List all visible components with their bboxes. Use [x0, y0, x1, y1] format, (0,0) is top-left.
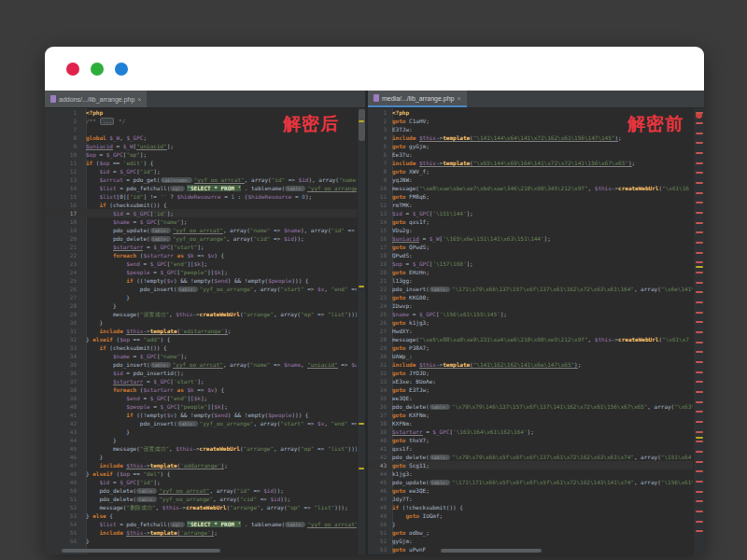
tab-addons-lib-arrange[interactable]: addons/.../lib_arrange.php ×	[45, 91, 147, 107]
line-number[interactable]: 13	[45, 175, 86, 184]
line-number[interactable]: 23	[45, 259, 86, 268]
code-line[interactable]: 22pdo_insert(table:"\171\x79\x66\137\157…	[368, 285, 704, 293]
left-code-area[interactable]: 1<?php2/** ... */78global $_W, $_GPC;9$u…	[45, 108, 365, 554]
line-number[interactable]: 55	[45, 528, 86, 537]
warning-mark[interactable]	[359, 286, 364, 287]
line-number[interactable]: 43	[368, 461, 392, 469]
code-line[interactable]: 21 $startarr = $_GPC["start"];	[45, 243, 365, 251]
line-number[interactable]: 39	[368, 427, 392, 436]
code-line[interactable]: 15 $list[0]["id"] != '' ? $hideResource …	[45, 192, 365, 201]
line-number[interactable]: 26	[368, 318, 392, 327]
code-line[interactable]: 25$name = $_GPC['\156\x61\155\145'];	[368, 310, 704, 318]
line-number[interactable]: 47	[45, 461, 86, 469]
code-line[interactable]: 31include $this->template("\141\162\162\…	[368, 360, 704, 369]
code-line[interactable]: 20goto EHzHn;	[368, 268, 704, 276]
error-mark[interactable]	[696, 312, 703, 314]
error-mark[interactable]	[696, 301, 703, 303]
line-number[interactable]: 23	[368, 293, 392, 301]
line-number[interactable]: 19	[368, 259, 392, 268]
code-line[interactable]: 30 }	[45, 318, 365, 327]
error-mark[interactable]	[696, 511, 703, 512]
line-number[interactable]: 25	[368, 310, 392, 318]
error-mark[interactable]	[696, 242, 703, 244]
line-number[interactable]: 30	[368, 352, 392, 360]
error-mark[interactable]	[696, 192, 703, 194]
line-number[interactable]: 35	[368, 394, 392, 402]
line-number[interactable]: 33	[45, 343, 86, 352]
error-mark[interactable]	[696, 421, 703, 423]
line-number[interactable]: 31	[368, 360, 392, 369]
warning-mark[interactable]	[359, 120, 364, 122]
line-number[interactable]: 15	[45, 192, 86, 201]
line-number[interactable]: 32	[45, 335, 86, 343]
code-line[interactable]: 35 pdo_insert(table:"yyf_oo_arrcat", arr…	[45, 360, 365, 369]
line-number[interactable]: 21	[368, 276, 392, 285]
line-number[interactable]: 30	[45, 318, 86, 327]
line-number[interactable]: 26	[45, 285, 86, 293]
error-mark[interactable]	[696, 122, 703, 124]
error-mark[interactable]	[696, 361, 703, 363]
tab-close-icon[interactable]: ×	[137, 96, 141, 103]
line-number[interactable]: 27	[45, 293, 86, 301]
line-number[interactable]: 29	[368, 343, 392, 352]
code-line[interactable]: 34goto E3TJw;	[368, 385, 704, 394]
code-line[interactable]: 16$uniacid = $_W['\165\x6e\151\141\x63\1…	[368, 234, 704, 243]
left-vertical-scrollbar-thumb[interactable]	[359, 109, 365, 141]
line-number[interactable]: 28	[368, 335, 392, 343]
code-line[interactable]: 19$op = $_GPC['\157\160'];	[368, 259, 704, 268]
error-mark[interactable]	[696, 470, 703, 472]
line-number[interactable]: 3	[368, 125, 392, 133]
code-line[interactable]: 18QPwdS:	[368, 251, 704, 259]
code-line[interactable]: 25 if ((!empty($v) && !empty($end) && !e…	[45, 276, 365, 285]
line-number[interactable]: 38	[368, 419, 392, 427]
line-number[interactable]: 8	[45, 133, 86, 142]
line-number[interactable]: 37	[368, 411, 392, 419]
code-line[interactable]: 39 $end = $_GPC["end"][$k];	[45, 394, 365, 402]
line-number[interactable]: 9	[45, 142, 86, 150]
line-number[interactable]: 43	[45, 427, 86, 436]
line-number[interactable]: 16	[368, 234, 392, 243]
code-line[interactable]: 48if (!checksubmit()) {	[368, 503, 704, 511]
code-line[interactable]: 38KXFNm:	[368, 419, 704, 427]
close-button[interactable]	[66, 63, 79, 76]
error-mark[interactable]	[696, 291, 703, 293]
code-line[interactable]: 19 pdo_update(table:"yyf_oo_arrcat", arr…	[45, 226, 365, 234]
code-line[interactable]: 51goto odbw_;	[368, 528, 704, 537]
error-mark[interactable]	[696, 282, 703, 284]
error-mark[interactable]	[696, 342, 703, 343]
code-line[interactable]: 33xE3xe: BUoAe:	[368, 377, 704, 385]
warning-mark[interactable]	[696, 437, 703, 439]
code-line[interactable]: 21l13gg:	[368, 276, 704, 285]
code-line[interactable]: 30UAWp_:	[368, 352, 704, 360]
line-number[interactable]: 22	[368, 285, 392, 293]
code-line[interactable]: 12rmTMK:	[368, 201, 704, 209]
code-line[interactable]: 32goto JYOJD;	[368, 369, 704, 377]
line-number[interactable]: 35	[45, 360, 86, 369]
window-titlebar[interactable]	[45, 47, 704, 91]
code-line[interactable]: 39$startarr = $_GPC['\163\164\x61\162\16…	[368, 427, 704, 436]
code-line[interactable]: 50 pdo_delete(table:"yyf_oo_arrcat", arr…	[45, 486, 365, 495]
line-number[interactable]: 17	[368, 243, 392, 251]
error-mark[interactable]	[696, 202, 703, 203]
code-line[interactable]: 51 pdo_delete(table:"yyf_oo_arrange", ar…	[45, 495, 365, 503]
line-number[interactable]: 1	[45, 108, 86, 117]
line-number[interactable]: 41	[368, 444, 392, 453]
code-line[interactable]: 41qxs1f:	[368, 444, 704, 453]
error-mark[interactable]	[696, 371, 703, 373]
line-number[interactable]: 7	[368, 159, 392, 167]
line-number[interactable]: 29	[45, 310, 86, 318]
error-mark[interactable]	[696, 481, 703, 483]
line-number[interactable]: 48	[45, 469, 86, 478]
code-line[interactable]: 24 $people = $_GPC["people"][$k];	[45, 268, 365, 276]
error-mark[interactable]	[696, 391, 703, 393]
line-number[interactable]: 41	[45, 411, 86, 419]
line-number[interactable]: 7	[45, 125, 86, 133]
line-number[interactable]: 38	[45, 385, 86, 394]
line-number[interactable]: 24	[45, 268, 86, 276]
line-number[interactable]: 46	[45, 453, 86, 461]
line-number[interactable]: 15	[368, 226, 392, 234]
code-line[interactable]: 29goto P38A7;	[368, 343, 704, 352]
error-mark[interactable]	[696, 272, 703, 273]
error-mark[interactable]	[696, 231, 703, 233]
code-line[interactable]: 28message("\xe5\x88\xa0\xe9\231\xa4\xe6\…	[368, 335, 704, 343]
